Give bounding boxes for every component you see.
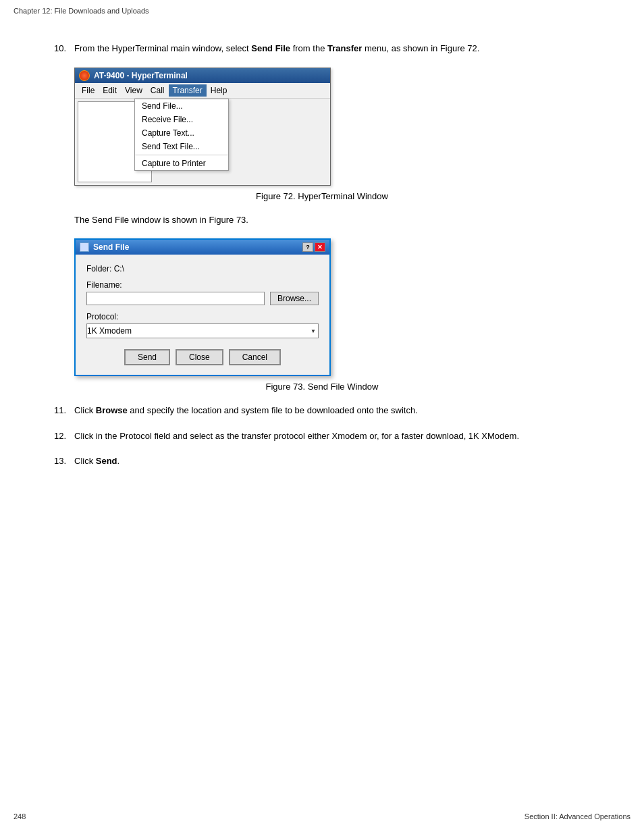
sf-titlebar-left: Send File xyxy=(80,242,129,252)
sf-folder-label: Folder: C:\ xyxy=(86,264,124,273)
sf-protocol-select-wrapper[interactable]: 1K Xmodem Xmodem xyxy=(86,323,319,338)
figure-72-caption: Figure 72. HyperTerminal Window xyxy=(54,191,590,201)
chapter-header: Chapter 12: File Downloads and Uploads xyxy=(0,0,644,22)
ht-body: Send File... Receive File... Capture Tex… xyxy=(75,99,330,185)
sf-filename-label: Filename: xyxy=(86,280,319,290)
sf-window-icon xyxy=(80,242,89,252)
ht-menu-separator xyxy=(135,155,228,155)
figure-72-caption-text: Figure 72. HyperTerminal Window xyxy=(256,191,388,201)
sf-protocol-row: Protocol: 1K Xmodem Xmodem xyxy=(86,312,319,338)
step-10: 10. From the HyperTerminal main window, … xyxy=(54,42,590,55)
ht-menu-help[interactable]: Help xyxy=(207,84,232,97)
sf-cancel-button[interactable]: Cancel xyxy=(229,349,281,365)
ht-menu-item-send-text[interactable]: Send Text File... xyxy=(135,140,228,153)
ht-menu-item-capture-text[interactable]: Capture Text... xyxy=(135,126,228,140)
sf-close-dialog-button[interactable]: Close xyxy=(176,349,223,365)
ht-menubar[interactable]: File Edit View Call Transfer Help xyxy=(75,83,330,99)
page-number: 248 xyxy=(14,812,26,820)
sf-browse-button[interactable]: Browse... xyxy=(270,292,319,305)
sf-filename-input-row: Browse... xyxy=(86,292,319,305)
sf-protocol-select[interactable]: 1K Xmodem Xmodem xyxy=(86,323,319,338)
ht-menu-call[interactable]: Call xyxy=(146,84,169,97)
figure-73-caption: Figure 73. Send File Window xyxy=(54,382,590,392)
sf-send-button[interactable]: Send xyxy=(124,349,170,365)
sf-buttons-row: Send Close Cancel xyxy=(86,349,319,365)
step-12-text: Click in the Protocol field and select a… xyxy=(74,429,590,443)
sf-body: Folder: C:\ Filename: Browse... Protocol… xyxy=(76,255,329,375)
step-11: 11. Click Browse and specify the locatio… xyxy=(54,404,590,417)
ht-menu-item-send-file[interactable]: Send File... xyxy=(135,99,228,113)
chapter-title: Chapter 12: File Downloads and Uploads xyxy=(14,7,149,15)
hyper-terminal-window: AT-9400 - HyperTerminal File Edit View C… xyxy=(74,68,331,186)
sf-help-button[interactable]: ? xyxy=(302,242,313,252)
step-11-number: 11. xyxy=(54,404,74,417)
ht-menu-item-capture-printer[interactable]: Capture to Printer xyxy=(135,157,228,170)
ht-menu-file[interactable]: File xyxy=(78,84,99,97)
step-10-number: 10. xyxy=(54,42,74,55)
step-13-text: Click Send. xyxy=(74,454,590,468)
figure-73-caption-text: Figure 73. Send File Window xyxy=(266,382,379,392)
sf-protocol-label: Protocol: xyxy=(86,312,319,321)
figure-73-container: Send File ? ✕ Folder: C:\ Filename: xyxy=(74,238,590,376)
page-footer: 248 Section II: Advanced Operations xyxy=(14,812,630,820)
paragraph-between-figures: The Send File window is shown in Figure … xyxy=(74,213,590,227)
step-11-text: Click Browse and specify the location an… xyxy=(74,404,590,417)
sf-title: Send File xyxy=(93,242,129,252)
ht-menu-item-receive-file[interactable]: Receive File... xyxy=(135,113,228,126)
sf-close-button[interactable]: ✕ xyxy=(315,242,325,252)
step-10-text: From the HyperTerminal main window, sele… xyxy=(74,42,590,55)
paragraph-text: The Send File window is shown in Figure … xyxy=(74,215,248,225)
ht-menu-edit[interactable]: Edit xyxy=(99,84,121,97)
step-12-number: 12. xyxy=(54,429,74,443)
sf-titlebar-controls[interactable]: ? ✕ xyxy=(302,242,325,252)
page-content: 10. From the HyperTerminal main window, … xyxy=(0,22,644,500)
ht-app-icon xyxy=(79,70,90,81)
sf-folder-row: Folder: C:\ xyxy=(86,264,319,273)
ht-menu-transfer[interactable]: Transfer xyxy=(169,84,207,97)
ht-dropdown-menu[interactable]: Send File... Receive File... Capture Tex… xyxy=(134,99,229,171)
figure-72-container: AT-9400 - HyperTerminal File Edit View C… xyxy=(74,68,590,186)
sf-filename-input[interactable] xyxy=(86,292,265,305)
ht-menu-view[interactable]: View xyxy=(121,84,146,97)
section-label: Section II: Advanced Operations xyxy=(525,812,630,820)
step-13: 13. Click Send. xyxy=(54,454,590,468)
step-12: 12. Click in the Protocol field and sele… xyxy=(54,429,590,443)
ht-titlebar: AT-9400 - HyperTerminal xyxy=(75,68,330,83)
ht-title: AT-9400 - HyperTerminal xyxy=(94,71,188,80)
sf-filename-row: Filename: Browse... xyxy=(86,280,319,305)
sf-titlebar: Send File ? ✕ xyxy=(76,240,329,255)
step-13-number: 13. xyxy=(54,454,74,468)
send-file-window: Send File ? ✕ Folder: C:\ Filename: xyxy=(74,238,331,376)
